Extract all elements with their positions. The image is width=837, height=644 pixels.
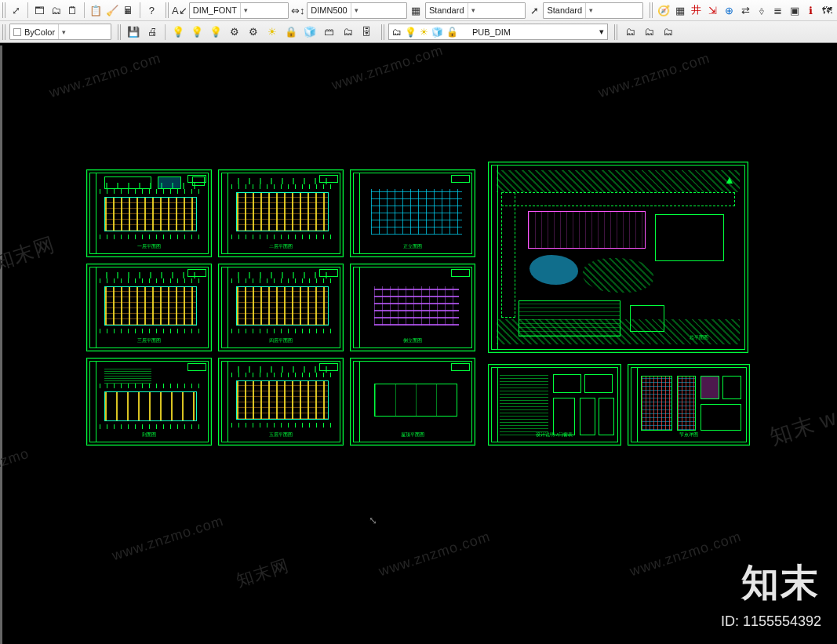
toolbar-grip[interactable] bbox=[614, 24, 618, 40]
mleader-style-value: Standard bbox=[547, 5, 585, 15]
lineweight-toggle-icon[interactable]: ≣ bbox=[771, 2, 786, 19]
layer-freeze-icon[interactable]: 🧊 bbox=[301, 24, 318, 41]
drawing-sheet[interactable]: 一层平面图 bbox=[86, 169, 212, 257]
watermark-text: www.znzmo.com bbox=[110, 513, 225, 565]
drawing-sheet[interactable]: 节点详图 bbox=[628, 364, 750, 446]
dyninput-toggle-icon[interactable]: ⎀ bbox=[755, 2, 770, 19]
toolbar-grip[interactable] bbox=[118, 24, 122, 40]
sheet-title: 四层平面图 bbox=[269, 337, 293, 344]
layer-settings-icon[interactable]: ⚙ bbox=[245, 24, 262, 41]
layer-filter-icon: 🗂 bbox=[392, 27, 402, 38]
layer-tool-icon[interactable]: 💾 bbox=[125, 24, 142, 41]
drawing-sheet[interactable]: 正立面图 bbox=[350, 169, 475, 257]
otrack-toggle-icon[interactable]: ⇄ bbox=[738, 2, 753, 19]
chevron-down-icon: ▾ bbox=[585, 3, 596, 18]
drawing-sheet[interactable]: 剖面图 bbox=[86, 358, 212, 446]
watermark-text: 知末 w bbox=[766, 402, 837, 452]
toolpalette-icon[interactable]: 🗒 bbox=[65, 2, 80, 19]
toolbar-grip[interactable] bbox=[650, 2, 653, 18]
sheet-title: 总平面图 bbox=[690, 334, 708, 341]
watermark-text: www.znzmo.com bbox=[329, 44, 445, 93]
help-icon[interactable]: ? bbox=[144, 2, 159, 19]
sheet-title: 三层平面图 bbox=[137, 337, 161, 344]
sheet-title: 屋顶平面图 bbox=[401, 431, 424, 438]
watermark-logo: 知末 bbox=[741, 558, 820, 608]
sheet-title: 正立面图 bbox=[403, 243, 422, 250]
drawing-sheet[interactable]: 屋顶平面图 bbox=[350, 358, 475, 446]
layer-thaw-icon: ☀ bbox=[420, 27, 428, 38]
cleanscreen-icon[interactable]: 🧹 bbox=[104, 2, 119, 19]
layer-walk-icon[interactable]: 🗄 bbox=[358, 24, 375, 41]
layer-off-icon[interactable]: 💡 bbox=[188, 24, 206, 41]
layer-props-icon[interactable]: 🗃 bbox=[320, 24, 337, 41]
drawing-sheet[interactable]: 三层平面图 bbox=[86, 264, 212, 351]
ortho-toggle-icon[interactable]: 井 bbox=[689, 2, 704, 19]
layer-vpfreeze-icon: 🧊 bbox=[431, 27, 443, 38]
layer-tool-icon[interactable]: 🖨 bbox=[144, 24, 161, 41]
watermark-text: www.znzmo.com bbox=[377, 529, 492, 580]
drawing-sheet[interactable]: 四层平面图 bbox=[218, 264, 344, 351]
site-plan-content: ▲ bbox=[497, 170, 740, 344]
text-style-combo[interactable]: DIM_FONT ▾ bbox=[189, 2, 289, 19]
properties-icon[interactable]: 🗔 bbox=[32, 2, 47, 19]
color-swatch-icon bbox=[13, 28, 21, 36]
osnap-toggle-icon[interactable]: ⊕ bbox=[722, 2, 737, 19]
dim-style-icon[interactable]: ⇔↕ bbox=[290, 2, 305, 19]
cad-application-window: ⤢ 🗔 🗂 🗒 📋 🧹 🖩 ? A↙ DIM_FONT ▾ ⇔↕ DIMN500… bbox=[0, 0, 837, 644]
chevron-down-icon: ▾ bbox=[599, 27, 604, 37]
grid-toggle-icon[interactable]: ▦ bbox=[672, 2, 687, 19]
drawing-sheet[interactable]: 设计说明 / 门窗表 bbox=[488, 364, 621, 446]
quick-properties-icon[interactable]: ℹ bbox=[803, 2, 818, 19]
table-style-combo[interactable]: Standard ▾ bbox=[425, 2, 526, 19]
drawing-sheet[interactable]: 二层平面图 bbox=[218, 169, 344, 257]
layer-on-icon[interactable]: 💡 bbox=[169, 24, 187, 41]
toolbar-row-styles: ⤢ 🗔 🗂 🗒 📋 🧹 🖩 ? A↙ DIM_FONT ▾ ⇔↕ DIMN500… bbox=[0, 0, 837, 21]
toolbar-grip[interactable] bbox=[166, 2, 169, 18]
layer-on-icon: 💡 bbox=[405, 27, 417, 38]
dim-style-combo[interactable]: DIMN500 ▾ bbox=[307, 2, 407, 19]
drawing-sheet[interactable]: 侧立面图 bbox=[350, 264, 475, 351]
sheetset-icon[interactable]: 🗂 bbox=[49, 2, 64, 19]
layer-settings-icon[interactable]: ⚙ bbox=[226, 24, 243, 41]
object-color-combo[interactable]: ByColor ▾ bbox=[9, 24, 111, 40]
polar-toggle-icon[interactable]: ⇲ bbox=[705, 2, 720, 19]
layer-previous-icon[interactable]: 🗂 bbox=[621, 24, 639, 41]
sheet-title: 一层平面图 bbox=[137, 243, 161, 250]
mleader-style-icon[interactable]: ➚ bbox=[527, 2, 542, 19]
toolbar-grip[interactable] bbox=[2, 24, 6, 40]
toolbar-grip[interactable] bbox=[381, 24, 385, 40]
selection-display-icon[interactable]: 🧭 bbox=[656, 2, 671, 19]
quickcalc-icon[interactable]: 🖩 bbox=[121, 2, 136, 19]
watermark-text: 知末网 bbox=[0, 231, 58, 276]
layer-states-icon[interactable]: 🗂 bbox=[339, 24, 356, 41]
toolbar-grip[interactable] bbox=[2, 2, 5, 18]
chevron-down-icon: ▾ bbox=[58, 24, 69, 39]
sheet-title: 节点详图 bbox=[679, 431, 698, 438]
dim-style-value: DIMN500 bbox=[311, 5, 350, 15]
canvas-gutter bbox=[0, 45, 2, 644]
zoom-extents-icon[interactable]: ⤢ bbox=[9, 2, 24, 19]
mleader-style-combo[interactable]: Standard ▾ bbox=[543, 2, 643, 19]
padlock-open-icon: 🔓 bbox=[446, 27, 458, 38]
table-style-icon[interactable]: ▦ bbox=[409, 2, 424, 19]
modelspace-canvas[interactable]: www.znzmo.com www.znzmo.com www.znzmo.co… bbox=[0, 44, 837, 644]
transparency-toggle-icon[interactable]: ▣ bbox=[787, 2, 802, 19]
current-layer-name: PUB_DIM bbox=[472, 27, 596, 37]
paste-icon[interactable]: 📋 bbox=[88, 2, 103, 19]
layer-lock-icon[interactable]: 🔒 bbox=[282, 24, 300, 41]
layer-match-icon[interactable]: 🗂 bbox=[640, 24, 657, 41]
site-plan-sheet[interactable]: ▲ 总平面图 bbox=[488, 162, 748, 353]
chevron-down-icon: ▾ bbox=[351, 3, 362, 18]
watermark-text: 知末网 bbox=[233, 554, 292, 593]
text-style-icon[interactable]: A↙ bbox=[172, 2, 187, 19]
watermark-text: www.znzmo.com bbox=[628, 529, 743, 580]
layer-state-icon[interactable]: 🗂 bbox=[659, 24, 676, 41]
sheet-title: 二层平面图 bbox=[269, 243, 293, 250]
layer-iso-icon[interactable]: 💡 bbox=[207, 24, 224, 41]
drawing-sheet[interactable]: 五层平面图 bbox=[218, 358, 344, 446]
crosshair-marker-icon: ⤡ bbox=[369, 515, 377, 526]
current-layer-combo[interactable]: 🗂 💡 ☀ 🧊 🔓 PUB_DIM ▾ bbox=[388, 24, 608, 40]
selection-cycling-icon[interactable]: 🗺 bbox=[820, 2, 835, 19]
sheet-title: 五层平面图 bbox=[269, 431, 293, 438]
layer-thaw-icon[interactable]: ☀ bbox=[264, 24, 281, 41]
